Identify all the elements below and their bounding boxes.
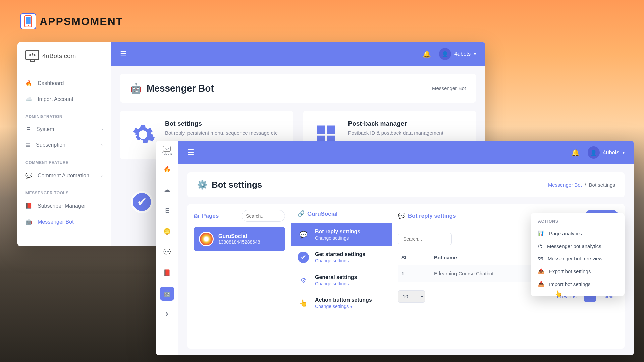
- coins-icon: 🪙: [163, 228, 171, 235]
- sidebar-item-system[interactable]: 🖥 System ›: [17, 122, 111, 137]
- rail-item-messenger-bot[interactable]: 🤖: [160, 287, 174, 301]
- gear-icon: ⚙: [298, 275, 309, 286]
- card-desc: Postback ID & postback data management: [348, 130, 443, 136]
- setting-item-general[interactable]: ⚙ General settings Change settings: [291, 269, 392, 292]
- sidebar-item-messenger-bot[interactable]: 🤖 Messenger Bot: [17, 214, 111, 230]
- sidebar-item-subscription[interactable]: ▤ Subscription ›: [17, 137, 111, 153]
- sidebar-item-label: Subscription: [36, 142, 65, 148]
- user-name: 4ubots: [603, 149, 619, 156]
- topbar: ☰ 🔔 👤 4ubots ▾: [178, 141, 634, 164]
- hamburger-icon[interactable]: ☰: [187, 148, 194, 157]
- table-header-sl[interactable]: Sl: [398, 250, 431, 265]
- appsmoment-logo-icon: [20, 13, 36, 29]
- sidebar-item-subscriber-manager[interactable]: 📕 Subscriber Manager: [17, 198, 111, 214]
- sidebar-item-dashboard[interactable]: 🔥 Dashboard: [17, 75, 111, 91]
- sidebar-site-name: 4uBots.com: [42, 52, 76, 60]
- flame-icon: 🔥: [25, 80, 32, 86]
- action-bot-tree-view[interactable]: 🗺Messenger bot tree view: [531, 252, 625, 265]
- card-title: Post-back manager: [348, 120, 443, 127]
- breadcrumb-current: Bot settings: [589, 182, 615, 188]
- flame-icon: 🔥: [163, 165, 171, 173]
- sidebar-item-label: Comment Automation: [38, 173, 89, 179]
- appsmoment-brand: APPSMOMENT: [20, 13, 123, 29]
- chart-bar-icon: 📊: [538, 230, 544, 236]
- rail-item-broadcast[interactable]: ✈: [160, 307, 174, 321]
- check-icon: ✔: [298, 252, 309, 263]
- chat-icon: 💬: [298, 229, 309, 240]
- paper-plane-icon: ✈: [164, 311, 169, 318]
- page-id: 1380818445288648: [218, 239, 260, 245]
- rail-logo: </> 4uBots: [162, 146, 172, 155]
- setting-item-bot-reply[interactable]: 💬 Bot reply settings Change settings: [291, 223, 392, 246]
- chevron-down-icon: ▾: [350, 304, 352, 309]
- rail-item-system[interactable]: 🖥: [160, 203, 174, 218]
- pointer-icon: 👆: [298, 297, 309, 309]
- rail-item-comment[interactable]: 💬: [160, 245, 174, 259]
- pages-column: 🗂 Pages GuruSocial 1380818445288648: [187, 204, 291, 349]
- sidebar-logo: </> 4uBots.com: [17, 50, 111, 62]
- svg-point-2: [28, 25, 29, 26]
- cogs-icon: [128, 120, 158, 149]
- page-size-select[interactable]: 10: [398, 290, 425, 303]
- chat-icon: 💬: [398, 212, 405, 219]
- sidebar: </> 4uBots.com 🔥 Dashboard ☁️ Import Acc…: [17, 42, 111, 246]
- setting-item-action-button[interactable]: 👆 Action button settings Change settings…: [291, 292, 392, 314]
- breadcrumb-parent[interactable]: Messenger Bot: [548, 182, 582, 188]
- pages-search-input[interactable]: [241, 210, 285, 222]
- bot-search-input[interactable]: [398, 233, 452, 245]
- actions-dropdown: ACTIONS 📊Page analytics ◔Messenger bot a…: [531, 213, 625, 296]
- breadcrumb: Messenger Bot: [432, 85, 466, 91]
- setting-sub: Change settings: [315, 235, 360, 241]
- svg-rect-4: [327, 126, 335, 134]
- desktop-icon: 🖥: [164, 207, 170, 214]
- rail-item-subscription[interactable]: 🪙: [160, 224, 174, 238]
- sitemap-icon: 🗺: [538, 256, 543, 261]
- robot-icon: 🤖: [163, 290, 171, 297]
- setting-sub: Change settings: [315, 281, 357, 286]
- page-name: GuruSocial: [218, 233, 260, 239]
- sidebar-item-label: System: [36, 126, 54, 132]
- setting-title: Action button settings: [315, 297, 372, 303]
- chevron-right-icon: ›: [101, 143, 103, 147]
- setting-title: Get started settings: [315, 251, 365, 257]
- user-menu[interactable]: 👤 4ubots ▾: [439, 48, 476, 60]
- action-import-settings[interactable]: 📥Import bot settings: [531, 278, 625, 290]
- import-icon: 📥: [538, 281, 544, 287]
- comments-icon: 💬: [25, 172, 32, 179]
- bell-icon[interactable]: 🔔: [571, 148, 580, 157]
- chevron-right-icon: ›: [101, 173, 103, 178]
- page-title: 🤖 Messenger Bot: [130, 83, 214, 94]
- sidebar-item-label: Subscriber Manager: [38, 203, 86, 209]
- link-icon: 🔗: [298, 210, 305, 217]
- action-page-analytics[interactable]: 📊Page analytics: [531, 227, 625, 240]
- export-icon: 📤: [538, 268, 544, 274]
- action-bot-analytics[interactable]: ◔Messenger bot analytics: [531, 240, 625, 252]
- icon-rail: </> 4uBots 🔥 ☁ 🖥 🪙 💬 📕 🤖 ✈: [156, 141, 178, 355]
- desktop-icon: 🖥: [25, 126, 31, 132]
- robot-icon: 🤖: [130, 83, 142, 94]
- setting-sub: Change settings: [315, 258, 365, 263]
- sidebar-section-messenger: MESSENGER TOOLS: [17, 188, 111, 198]
- cogs-icon: ⚙️: [197, 180, 208, 190]
- svg-rect-3: [317, 126, 325, 134]
- pages-title: 🗂 Pages: [194, 213, 219, 219]
- cloud-icon: ☁️: [25, 96, 32, 102]
- page-title: ⚙️ Bot settings: [197, 180, 262, 190]
- hamburger-icon[interactable]: ☰: [120, 50, 127, 58]
- sidebar-item-label: Dashboard: [38, 80, 64, 86]
- setting-item-get-started[interactable]: ✔ Get started settings Change settings: [291, 246, 392, 269]
- page-item-gurusocial[interactable]: GuruSocial 1380818445288648: [194, 227, 285, 251]
- rail-item-import[interactable]: ☁: [160, 183, 174, 197]
- bell-icon[interactable]: 🔔: [423, 50, 431, 58]
- sidebar-item-import-account[interactable]: ☁️ Import Account: [17, 91, 111, 107]
- card-title: Bot settings: [165, 120, 278, 127]
- settings-list-column: 🔗 GuruSocial 💬 Bot reply settings Change…: [291, 204, 392, 349]
- rail-item-dashboard[interactable]: 🔥: [160, 162, 174, 176]
- user-menu[interactable]: 👤 4ubots ▾: [588, 146, 625, 159]
- address-book-icon: 📕: [163, 269, 171, 277]
- sidebar-item-comment-automation[interactable]: 💬 Comment Automation ›: [17, 168, 111, 183]
- settings-column-title: 🔗 GuruSocial: [291, 204, 392, 223]
- sidebar-section-comment: COMMENT FEATURE: [17, 158, 111, 168]
- action-export-settings[interactable]: 📤Export bot settings: [531, 265, 625, 278]
- rail-item-subscriber[interactable]: 📕: [160, 266, 174, 280]
